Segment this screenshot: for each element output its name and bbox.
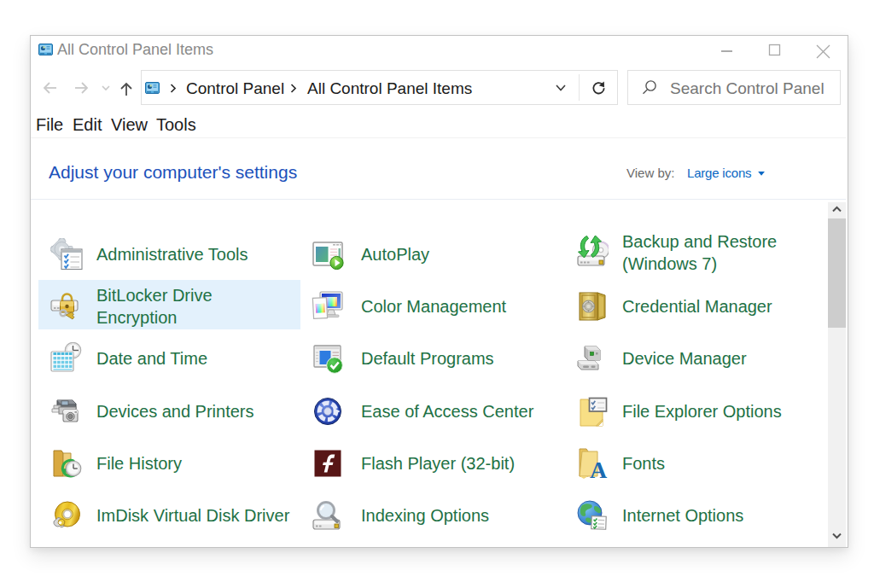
svg-text:A: A: [590, 457, 608, 480]
